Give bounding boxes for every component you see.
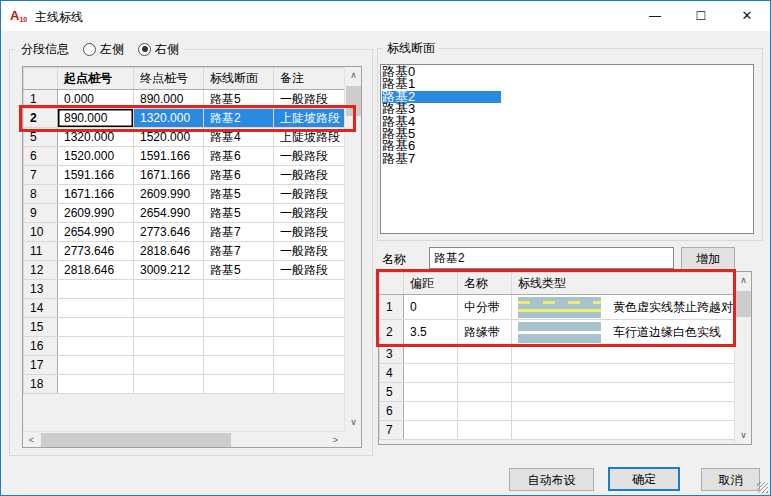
scroll-up-icon[interactable]: ∧ — [735, 272, 752, 289]
col-header-offset[interactable]: 偏距 — [404, 273, 458, 295]
row-number-cell[interactable]: 1 — [380, 295, 404, 320]
cell-end-station[interactable] — [134, 375, 204, 394]
cell-end-station[interactable]: 1671.166 — [134, 166, 204, 185]
row-number-cell[interactable]: 2 — [380, 320, 404, 345]
cell-start-station[interactable] — [58, 318, 134, 337]
cell-start-station[interactable]: 2773.646 — [58, 242, 134, 261]
row-number-cell[interactable]: 9 — [24, 204, 58, 223]
cell-remark[interactable] — [274, 337, 345, 356]
cell-start-station[interactable]: 1671.166 — [58, 185, 134, 204]
row-number-cell[interactable]: 3 — [380, 345, 404, 364]
cell-remark[interactable] — [274, 280, 345, 299]
cell-marking-section[interactable] — [204, 337, 274, 356]
row-number-cell[interactable]: 17 — [24, 356, 58, 375]
listbox-item[interactable]: 路基0 — [382, 66, 753, 78]
col-header-end-station[interactable]: 终点桩号 — [134, 68, 204, 90]
cell-start-station[interactable] — [58, 299, 134, 318]
col-header-start-station[interactable]: 起点桩号 — [58, 68, 134, 90]
cell-start-station[interactable]: 2654.990 — [58, 223, 134, 242]
segment-table-vscrollbar[interactable]: ∧ ∨ — [344, 67, 361, 431]
cell-marking-section[interactable] — [204, 356, 274, 375]
cell-marking-section[interactable]: 路基7 — [204, 223, 274, 242]
cell-offset[interactable] — [404, 364, 458, 383]
cell-marking-section[interactable] — [204, 280, 274, 299]
listbox-item[interactable]: 路基1 — [382, 78, 753, 90]
cell-end-station[interactable]: 3009.212 — [134, 261, 204, 280]
cell-remark[interactable]: 一般路段 — [274, 90, 345, 109]
ok-button[interactable]: 确定 — [608, 467, 680, 491]
cell-remark[interactable]: 一般路段 — [274, 147, 345, 166]
cell-marking-type[interactable] — [512, 402, 735, 421]
hscroll-thumb[interactable] — [41, 433, 231, 447]
maximize-icon[interactable]: ☐ — [678, 1, 724, 31]
cell-offset[interactable]: 0 — [404, 295, 458, 320]
col-header-remark[interactable]: 备注 — [274, 68, 345, 90]
row-number-cell[interactable]: 1 — [24, 90, 58, 109]
cell-end-station[interactable] — [134, 280, 204, 299]
cell-start-station[interactable]: 1591.166 — [58, 166, 134, 185]
cell-start-station[interactable]: 2609.990 — [58, 204, 134, 223]
cell-end-station[interactable] — [134, 337, 204, 356]
row-number-cell[interactable]: 5 — [380, 383, 404, 402]
row-number-cell[interactable]: 15 — [24, 318, 58, 337]
cell-offset[interactable] — [404, 421, 458, 440]
cell-end-station[interactable]: 2818.646 — [134, 242, 204, 261]
cell-name[interactable] — [458, 421, 512, 440]
cell-start-station[interactable] — [58, 375, 134, 394]
cell-end-station[interactable]: 1320.000 — [134, 109, 204, 128]
name-input[interactable] — [429, 247, 674, 269]
row-number-cell[interactable]: 11 — [24, 242, 58, 261]
cell-marking-section[interactable]: 路基6 — [204, 166, 274, 185]
cell-start-station[interactable]: 890.000 — [58, 109, 134, 128]
row-number-cell[interactable]: 2 — [24, 109, 58, 128]
radio-left-side[interactable]: 左侧 — [83, 40, 124, 58]
cell-end-station[interactable]: 2773.646 — [134, 223, 204, 242]
segment-table-hscrollbar[interactable]: < > — [23, 431, 344, 447]
cell-end-station[interactable] — [134, 356, 204, 375]
row-number-cell[interactable]: 12 — [24, 261, 58, 280]
cell-end-station[interactable]: 2609.990 — [134, 185, 204, 204]
auto-layout-button[interactable]: 自动布设 — [509, 468, 594, 491]
cell-start-station[interactable]: 0.000 — [58, 90, 134, 109]
listbox-item[interactable]: 路基7 — [382, 153, 753, 165]
row-number-cell[interactable]: 5 — [24, 128, 58, 147]
cell-marking-type[interactable] — [512, 345, 735, 364]
cell-marking-section[interactable]: 路基5 — [204, 185, 274, 204]
close-icon[interactable]: ✕ — [724, 1, 770, 31]
resize-grip[interactable] — [757, 482, 768, 493]
cell-marking-type[interactable]: 黄色虚实线禁止跨越对向... — [512, 295, 735, 320]
scroll-right-icon[interactable]: > — [327, 432, 344, 448]
scroll-down-icon[interactable]: ∨ — [735, 427, 752, 444]
cell-marking-section[interactable]: 路基6 — [204, 147, 274, 166]
listbox-item[interactable]: 路基3 — [382, 103, 753, 115]
cell-name[interactable] — [458, 364, 512, 383]
cell-start-station[interactable] — [58, 337, 134, 356]
col-header-marking-section[interactable]: 标线断面 — [204, 68, 274, 90]
row-number-cell[interactable]: 13 — [24, 280, 58, 299]
cell-offset[interactable] — [404, 402, 458, 421]
row-number-cell[interactable]: 7 — [380, 421, 404, 440]
cell-end-station[interactable]: 2654.990 — [134, 204, 204, 223]
cell-remark[interactable]: 一般路段 — [274, 204, 345, 223]
cell-marking-section[interactable]: 路基5 — [204, 204, 274, 223]
row-number-cell[interactable]: 6 — [380, 402, 404, 421]
cell-start-station[interactable]: 1520.000 — [58, 147, 134, 166]
row-number-cell[interactable]: 4 — [380, 364, 404, 383]
cell-name[interactable] — [458, 345, 512, 364]
cell-marking-type[interactable]: 车行道边缘白色实线 — [512, 320, 735, 345]
cell-remark[interactable]: 一般路段 — [274, 185, 345, 204]
cell-remark[interactable] — [274, 299, 345, 318]
cell-marking-section[interactable] — [204, 375, 274, 394]
cell-marking-section[interactable] — [204, 299, 274, 318]
cell-end-station[interactable]: 1520.000 — [134, 128, 204, 147]
col-header-marking-type[interactable]: 标线类型 — [512, 273, 735, 295]
cell-end-station[interactable] — [134, 318, 204, 337]
cell-remark[interactable]: 一般路段 — [274, 242, 345, 261]
listbox-item[interactable]: 路基4 — [382, 116, 753, 128]
cell-remark[interactable]: 上陡坡路段 — [274, 109, 345, 128]
row-number-cell[interactable]: 8 — [24, 185, 58, 204]
row-number-cell[interactable]: 6 — [24, 147, 58, 166]
marking-table-vscrollbar[interactable]: ∧ ∨ — [734, 272, 751, 444]
minimize-icon[interactable]: — — [632, 1, 678, 31]
cell-marking-section[interactable]: 路基5 — [204, 261, 274, 280]
